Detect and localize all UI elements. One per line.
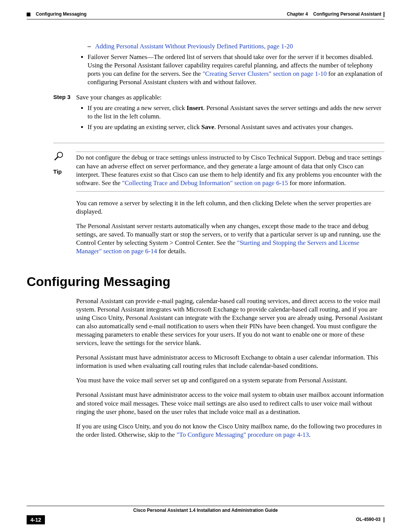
footer-bar-icon: [384, 517, 384, 522]
step3-row: Step 3 Save your changes as applicable: …: [76, 93, 384, 134]
section-heading: Configuring Messaging: [27, 273, 384, 290]
bullet-failover: Failover Server Names—The ordered list o…: [88, 53, 384, 86]
header-bar-icon: [384, 12, 384, 17]
page-header: Configuring Messaging Chapter 4 Configur…: [27, 11, 384, 18]
link-to-configure-messaging[interactable]: "To Configure Messaging" procedure on pa…: [177, 431, 309, 438]
magnifier-icon: [53, 151, 64, 161]
cm-para5: If you are using Cisco Unity, and you do…: [76, 422, 384, 439]
cm-para4: Personal Assistant must have administrat…: [76, 391, 384, 416]
header-square-icon: [27, 13, 30, 16]
para-restart: The Personal Assistant server restarts a…: [76, 222, 384, 256]
step3-label: Step 3: [53, 93, 76, 134]
tip-label: Tip: [53, 168, 76, 176]
dash-marker-icon: –: [88, 43, 91, 50]
step3-bullet2: If you are updating an existing server, …: [88, 123, 384, 131]
link-adding-pa[interactable]: Adding Personal Assistant Without Previo…: [95, 43, 293, 50]
link-collecting-trace[interactable]: "Collecting Trace and Debug Information"…: [122, 179, 288, 187]
tip-block: Tip Do not configure the debug or trace …: [76, 151, 384, 193]
page-footer: Cisco Personal Assistant 1.4 Installatio…: [27, 506, 384, 524]
step3-text: Save your changes as applicable:: [76, 93, 384, 102]
footer-doc-id: OL-4590-03: [356, 517, 381, 523]
header-section: Configuring Messaging: [36, 11, 86, 18]
cm-para1: Personal Assistant can provide e-mail pa…: [76, 297, 384, 348]
para-remove-server: You can remove a server by selecting it …: [76, 199, 384, 216]
cm-para3: You must have the voice mail server set …: [76, 376, 384, 385]
header-chapter-num: Chapter 4: [287, 11, 308, 18]
svg-point-0: [57, 152, 63, 158]
header-chapter-title: Configuring Personal Assistant: [313, 11, 381, 18]
main-content: – Adding Personal Assistant Without Prev…: [27, 42, 384, 439]
footer-book-title: Cisco Personal Assistant 1.4 Installatio…: [27, 508, 384, 514]
link-creating-clusters[interactable]: "Creating Server Clusters" section on pa…: [202, 70, 327, 77]
cm-para2: Personal Assistant must have administrat…: [76, 353, 384, 370]
footer-page-number: 4-12: [27, 515, 45, 524]
svg-line-1: [55, 157, 58, 160]
sub-list-item: – Adding Personal Assistant Without Prev…: [88, 42, 384, 51]
step3-bullet1: If you are creating a new server, click …: [88, 104, 384, 121]
